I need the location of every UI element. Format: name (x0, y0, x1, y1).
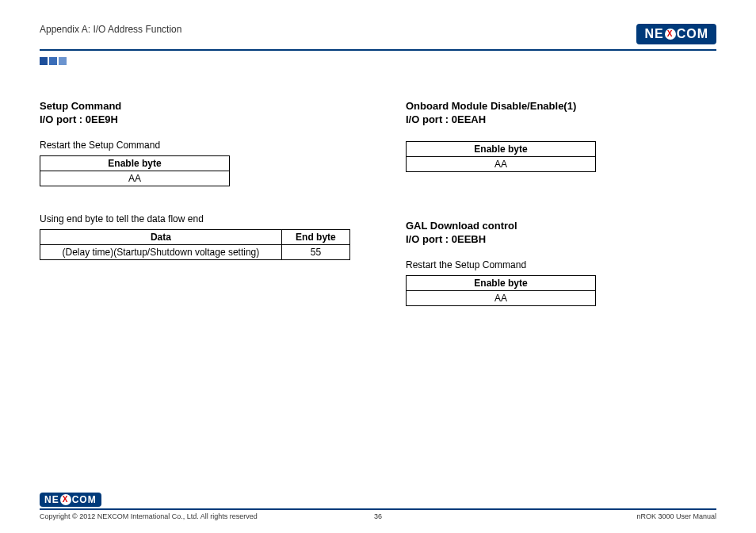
logo-left: NE (44, 494, 59, 505)
setup-command-title: Setup Command (40, 100, 350, 112)
footer-divider (40, 508, 716, 510)
restart-label: Restart the Setup Command (40, 140, 350, 151)
enable-byte-table-2: Enable byte AA (406, 141, 596, 172)
enable-byte-table-3: Enable byte AA (406, 275, 596, 306)
nexcom-logo-footer: NEXCOM (40, 493, 101, 507)
table-header: Enable byte (407, 142, 596, 157)
left-column: Setup Command I/O port : 0EE9H Restart t… (40, 100, 350, 306)
logo-right: COM (72, 494, 97, 505)
nexcom-logo-header: NEXCOM (636, 24, 716, 44)
logo-x-icon: X (665, 29, 676, 40)
io-port-0eebh: I/O port : 0EEBH (406, 233, 716, 245)
table-cell: 55 (281, 245, 349, 260)
right-column: Onboard Module Disable/Enable(1) I/O por… (406, 100, 716, 306)
page-number: 36 (374, 512, 382, 520)
header-divider (40, 49, 716, 51)
table-header: Enable byte (407, 276, 596, 291)
onboard-module-title: Onboard Module Disable/Enable(1) (406, 100, 716, 112)
flow-note: Using end byte to tell the data flow end (40, 213, 350, 224)
gal-download-title: GAL Download control (406, 220, 716, 232)
io-port-0ee9h: I/O port : 0EE9H (40, 113, 350, 125)
restart-label-2: Restart the Setup Command (406, 259, 716, 270)
logo-left: NE (644, 27, 663, 41)
logo-x-icon: X (60, 494, 71, 505)
table-header: End byte (281, 230, 349, 245)
header-squares-icon (40, 54, 716, 68)
table-cell: AA (40, 171, 230, 186)
table-cell: AA (407, 157, 596, 172)
table-header: Data (40, 230, 282, 245)
logo-right: COM (677, 27, 708, 41)
manual-name: nROK 3000 User Manual (636, 512, 716, 520)
copyright-text: Copyright © 2012 NEXCOM International Co… (40, 512, 258, 520)
page-footer: NEXCOM Copyright © 2012 NEXCOM Internati… (40, 492, 716, 520)
table-cell: AA (407, 291, 596, 306)
enable-byte-table-1: Enable byte AA (40, 155, 230, 186)
table-header: Enable byte (40, 156, 230, 171)
data-endbyte-table: Data End byte (Delay time)(Startup/Shutd… (40, 229, 350, 260)
io-port-0eeah: I/O port : 0EEAH (406, 113, 716, 125)
appendix-title: Appendix A: I/O Address Function (40, 24, 181, 35)
table-cell: (Delay time)(Startup/Shutdown voltage se… (40, 245, 282, 260)
